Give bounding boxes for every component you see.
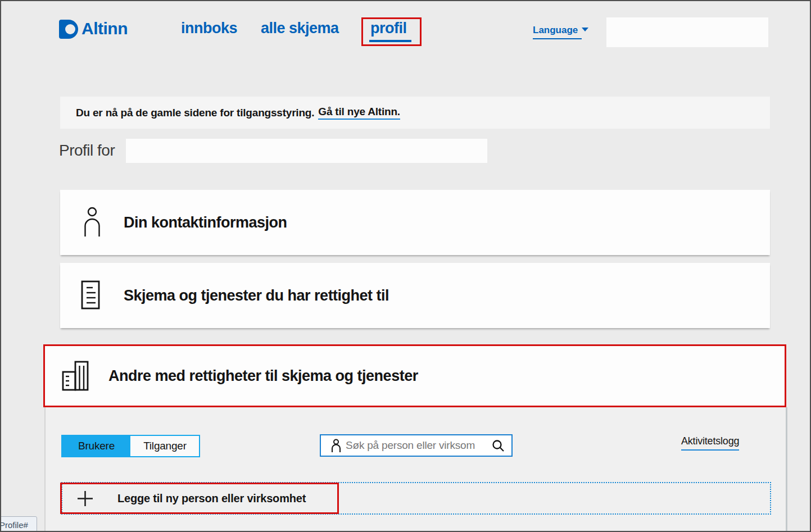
add-person-or-business-button[interactable]: Legge til ny person eller virksomhet <box>61 482 771 515</box>
accordion-contact-info[interactable]: Din kontaktinformasjon <box>60 190 770 255</box>
nav-profil-active-underline <box>369 40 411 42</box>
nav-item-alle-skjema[interactable]: alle skjema <box>261 20 339 37</box>
legacy-pages-banner: Du er nå på de gamle sidene for tilgangs… <box>60 97 770 129</box>
search-box <box>320 434 513 457</box>
language-dropdown[interactable]: Language <box>533 25 588 36</box>
person-icon <box>331 439 341 453</box>
accordion-title: Din kontaktinformasjon <box>124 214 287 231</box>
profile-for-label: Profil for <box>59 142 115 160</box>
status-bar-url-tooltip: Profile# <box>0 516 37 532</box>
altinn-profile-page: Altinn innboks alle skjema profil Langua… <box>0 0 811 532</box>
plus-icon <box>77 490 93 507</box>
tab-brukere[interactable]: Brukere <box>62 436 130 456</box>
user-name-box[interactable] <box>606 17 768 47</box>
person-icon <box>84 207 101 239</box>
accordion-title: Skjema og tjenester du har rettighet til <box>124 287 389 304</box>
accordion-others-with-rights[interactable]: Andre med rettigheter til skjema og tjen… <box>45 346 785 406</box>
altinn-logo-icon[interactable] <box>59 20 78 39</box>
accordion-forms-services[interactable]: Skjema og tjenester du har rettighet til <box>60 263 770 328</box>
profile-name-box <box>126 139 487 163</box>
chevron-down-icon <box>582 28 588 31</box>
banner-text: Du er nå på de gamle sidene for tilgangs… <box>76 107 314 119</box>
activity-log-link[interactable]: Aktivitetslogg <box>681 435 739 451</box>
nav-item-innboks[interactable]: innboks <box>181 20 237 37</box>
search-icon[interactable] <box>492 439 505 452</box>
add-button-label: Legge til ny person eller virksomhet <box>117 492 306 505</box>
language-underline <box>533 38 582 39</box>
language-label: Language <box>533 25 578 35</box>
search-input[interactable] <box>341 439 492 452</box>
accordion-title: Andre med rettigheter til skjema og tjen… <box>108 367 418 385</box>
altinn-logo-hole <box>65 24 75 34</box>
rights-panel: Brukere Tilganger Aktivitetslogg <box>44 407 787 532</box>
building-icon <box>62 360 89 393</box>
brand-name[interactable]: Altinn <box>81 19 128 38</box>
rights-panel-tabs: Brukere Tilganger <box>61 435 200 457</box>
tab-tilganger[interactable]: Tilganger <box>130 436 199 456</box>
document-icon <box>81 280 100 312</box>
go-to-new-altinn-link[interactable]: Gå til nye Altinn. <box>318 106 400 120</box>
nav-item-profil[interactable]: profil <box>370 20 407 37</box>
